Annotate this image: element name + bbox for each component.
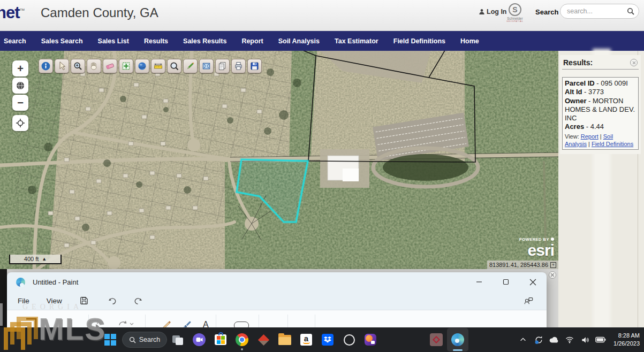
ring-app-button[interactable] — [338, 328, 360, 351]
map-tool-export[interactable] — [215, 59, 230, 73]
field-parcel-id: Parcel ID - 095 009I — [565, 79, 636, 88]
rose-app-button[interactable] — [426, 328, 447, 351]
nav-field-definitions[interactable]: Field Definitions — [386, 37, 453, 45]
chat-button[interactable] — [188, 328, 210, 351]
chrome-icon — [236, 333, 248, 346]
paint-taskbar-button[interactable] — [447, 328, 468, 351]
map-tool-pan[interactable] — [87, 59, 101, 73]
battery-button[interactable] — [595, 334, 607, 346]
zoom-in-button[interactable]: + — [12, 60, 28, 76]
onedrive-cloud-button[interactable] — [548, 334, 560, 346]
results-title: Results: — [563, 58, 593, 67]
locate-button[interactable] — [12, 115, 28, 131]
globe-home-button[interactable] — [12, 78, 28, 94]
select-cursor-icon — [56, 60, 67, 72]
zoom-out-button[interactable]: − — [12, 95, 28, 111]
minimize-button[interactable] — [472, 276, 487, 288]
print-icon — [233, 60, 244, 72]
field-acres: Acres - 4.44 — [565, 123, 636, 131]
file-explorer-button[interactable] — [274, 328, 296, 351]
parcel-info-box: Parcel ID - 095 009I Alt Id - 3773 Owner… — [562, 77, 639, 150]
viewer-3d-button[interactable] — [253, 328, 274, 351]
close-icon — [529, 279, 536, 286]
nav-results[interactable]: Results — [137, 37, 176, 45]
feedback-icon — [523, 295, 534, 306]
dropbox-icon — [322, 334, 334, 346]
overlay-close-button[interactable] — [549, 271, 556, 279]
volume-button[interactable] — [579, 334, 591, 346]
map-tool-save[interactable] — [247, 59, 262, 73]
map-tool-identify[interactable] — [39, 59, 53, 73]
nav-home[interactable]: Home — [453, 37, 487, 45]
save-button[interactable] — [76, 295, 92, 307]
nav-tax-estimator[interactable]: Tax Estimator — [327, 37, 386, 45]
left-scrollbar[interactable] — [0, 269, 7, 327]
maximize-icon — [503, 279, 509, 285]
search-icon — [129, 336, 136, 343]
map-tool-eraser[interactable] — [103, 59, 117, 73]
undo-button[interactable] — [104, 295, 120, 307]
map-tool-select[interactable] — [55, 59, 69, 73]
map-tool-extent[interactable] — [199, 59, 214, 73]
view-menu[interactable]: View — [40, 295, 69, 307]
link-field-definitions[interactable]: Field Definitions — [592, 141, 633, 147]
paint-titlebar[interactable]: Untitled - Paint — [7, 272, 547, 292]
map-tool-measure[interactable] — [151, 59, 165, 73]
nav-soil-analysis[interactable]: Soil Analysis — [271, 37, 327, 45]
nav-sales-list[interactable]: Sales List — [90, 37, 137, 45]
chrome-button[interactable] — [231, 328, 253, 351]
maximize-button[interactable] — [498, 276, 513, 288]
map-viewport[interactable]: + − 400 ft ▲ POWERED BY esri 813891.41, … — [0, 51, 558, 269]
map-tool-select-plus[interactable] — [119, 59, 133, 73]
results-close-button[interactable] — [630, 59, 638, 66]
nav-report[interactable]: Report — [234, 37, 270, 45]
map-tool-print[interactable] — [231, 59, 246, 73]
dropbox-button[interactable] — [317, 328, 338, 351]
paint-window-title: Untitled - Paint — [33, 278, 78, 286]
file-menu[interactable]: File — [11, 295, 36, 307]
map-tool-markup[interactable] — [183, 59, 198, 73]
task-view-button[interactable] — [167, 328, 188, 351]
cloud-icon — [549, 336, 559, 343]
tray-chevron-button[interactable] — [517, 334, 529, 346]
map-tool-globe[interactable] — [135, 59, 149, 73]
close-icon — [550, 273, 555, 277]
amazon-button[interactable] — [296, 328, 317, 351]
identify-icon — [40, 60, 51, 72]
nav-search[interactable]: Search — [0, 37, 34, 45]
firefox-focus-button[interactable] — [360, 328, 381, 351]
redo-button[interactable] — [130, 295, 147, 307]
ring-icon — [344, 334, 355, 346]
scrollbar-thumb[interactable] — [0, 303, 3, 326]
measure-icon — [153, 60, 164, 72]
taskbar-clock[interactable]: 8:28 AM 1/26/2023 — [613, 332, 640, 348]
map-tool-search[interactable] — [167, 59, 181, 73]
pan-hand-icon — [88, 60, 100, 72]
link-report[interactable]: Report — [581, 133, 598, 140]
desktop-screen: net™ Camden County, GA Log In S Schneide… — [0, 0, 644, 352]
chevron-up-icon — [519, 336, 527, 343]
battery-icon — [595, 336, 606, 343]
map-tool-zoom-in[interactable] — [71, 59, 85, 73]
close-icon — [632, 61, 636, 65]
chat-icon — [193, 333, 206, 346]
draw-pencil-icon — [185, 60, 196, 72]
globe-sphere-icon — [137, 60, 148, 72]
login-button[interactable]: Log In — [479, 8, 507, 16]
eraser-icon — [104, 60, 116, 72]
wifi-button[interactable] — [564, 334, 575, 346]
feedback-button[interactable] — [520, 294, 537, 307]
close-window-button[interactable] — [525, 276, 540, 288]
schneider-logo: S Schneider GEOSPATIAL — [504, 3, 526, 22]
aerial-imagery[interactable] — [0, 51, 558, 269]
minimize-icon — [476, 279, 482, 285]
nav-sales-search[interactable]: Sales Search — [34, 37, 90, 45]
expand-coordinates-icon[interactable] — [550, 262, 556, 268]
taskbar-search[interactable]: Search — [122, 332, 167, 348]
store-button[interactable] — [210, 328, 231, 351]
nav-sales-results[interactable]: Sales Results — [176, 37, 234, 45]
start-button[interactable] — [100, 328, 121, 351]
speaker-icon — [581, 336, 589, 344]
onedrive-sync-button[interactable] — [533, 334, 544, 346]
search-icon — [169, 60, 180, 72]
